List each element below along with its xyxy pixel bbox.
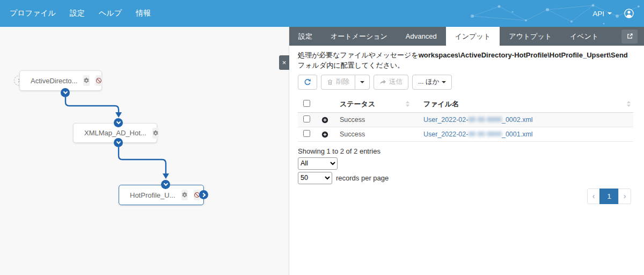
row-checkbox[interactable]: [303, 130, 310, 137]
caret-down-icon: [360, 81, 364, 83]
node-label: XMLMap_AD_Hot...: [84, 129, 147, 137]
sort-icon[interactable]: [405, 100, 410, 107]
showing-entries-text: Showing 1 to 2 of 2 entries: [298, 147, 633, 155]
input-folder-description: 処理が必要なファイルやメッセージをworkspaces\ActiveDirect…: [298, 50, 633, 71]
user-icon[interactable]: [624, 8, 634, 19]
trash-icon: [327, 79, 333, 85]
records-per-page-label: records per page: [336, 174, 389, 182]
tab-advanced[interactable]: Advanced: [397, 27, 446, 46]
flow-connectors: [0, 27, 289, 275]
table-row: Success User_2022-02-00 00 0000_0001.xml: [298, 127, 633, 141]
more-button[interactable]: ... ほか: [412, 75, 452, 90]
node-activedirectory[interactable]: ActiveDirecto...: [19, 70, 102, 91]
folder-path: workspaces\ActiveDirectory-HotProfile\Ho…: [419, 51, 628, 59]
tab-output[interactable]: アウトプット: [500, 27, 561, 46]
tab-automation[interactable]: オートメーション: [321, 27, 397, 46]
close-icon[interactable]: ×: [279, 55, 289, 70]
tab-events[interactable]: イベント: [561, 27, 608, 46]
sort-icon[interactable]: [626, 100, 631, 107]
nav-item-settings[interactable]: 設定: [70, 9, 85, 18]
node-settings-gear-icon[interactable]: [83, 75, 90, 86]
nav-item-info[interactable]: 情報: [136, 9, 151, 18]
delete-dropdown-button[interactable]: [355, 75, 370, 90]
file-toolbar: 削除 送信 ... ほか: [298, 75, 633, 90]
tab-input[interactable]: インプット: [446, 27, 500, 46]
row-checkbox[interactable]: [303, 115, 310, 122]
redacted-text: 00 00 0000: [468, 131, 502, 138]
status-cell: Success: [338, 127, 421, 141]
pagination: ‹ 1 ›: [298, 189, 633, 204]
send-icon: [379, 78, 386, 85]
output-port-chevron-right-icon[interactable]: [199, 190, 208, 199]
node-hotprofile[interactable]: HotProfile_U...: [119, 185, 204, 205]
detail-panel: 設定 オートメーション Advanced インプット アウトプット イベント 処…: [289, 27, 644, 275]
nav-item-help[interactable]: ヘルプ: [99, 9, 122, 18]
status-cell: Success: [338, 112, 421, 127]
expand-icon[interactable]: [321, 131, 328, 138]
table-row: Success User_2022-02-00 00 0000_0002.xml: [298, 112, 633, 127]
refresh-button[interactable]: [298, 75, 317, 90]
prev-page-button[interactable]: ‹: [587, 189, 600, 204]
files-table: ステータス ファイル名: [298, 96, 633, 142]
api-caret-icon: [608, 12, 612, 15]
delete-button[interactable]: 削除: [321, 75, 355, 90]
file-link[interactable]: User_2022-02-00 00 0000_0001.xml: [423, 131, 533, 138]
api-dropdown[interactable]: API: [592, 10, 612, 18]
expand-icon[interactable]: [321, 117, 328, 124]
nav-item-profile[interactable]: プロファイル: [10, 9, 56, 18]
node-settings-gear-icon[interactable]: [181, 190, 188, 200]
filename-column-header[interactable]: ファイル名: [423, 99, 459, 109]
caret-down-icon: [442, 81, 446, 83]
status-column-header[interactable]: ステータス: [340, 99, 375, 109]
top-navbar: プロファイル 設定 ヘルプ 情報 API: [0, 0, 644, 27]
api-label: API: [592, 10, 604, 18]
page-size-select[interactable]: 50: [298, 172, 332, 184]
flow-canvas[interactable]: ActiveDirecto... XMLMap_AD_Hot...: [0, 27, 289, 275]
redacted-text: 00 00 0000: [468, 116, 502, 124]
input-port-chevron-down-icon[interactable]: [161, 180, 170, 189]
app-window: プロファイル 設定 ヘルプ 情報 API: [0, 0, 644, 275]
file-link[interactable]: User_2022-02-00 00 0000_0002.xml: [423, 116, 533, 124]
node-label: ActiveDirecto...: [31, 77, 77, 85]
select-all-checkbox[interactable]: [303, 100, 310, 107]
send-button[interactable]: 送信: [374, 75, 408, 90]
node-label: HotProfile_U...: [130, 191, 175, 199]
filter-select[interactable]: All: [298, 157, 338, 170]
node-settings-gear-icon[interactable]: [152, 128, 159, 139]
delete-split-button: 削除: [321, 75, 370, 90]
external-link-icon[interactable]: [621, 30, 638, 44]
panel-body: 処理が必要なファイルやメッセージをworkspaces\ActiveDirect…: [289, 46, 644, 275]
node-disabled-icon[interactable]: [96, 75, 102, 86]
input-port-chevron-down-icon[interactable]: [114, 118, 123, 127]
output-port-chevron-down-icon[interactable]: [61, 88, 70, 97]
output-port-chevron-down-icon[interactable]: [114, 138, 123, 147]
next-page-button[interactable]: ›: [618, 189, 631, 204]
tab-settings[interactable]: 設定: [289, 27, 321, 46]
panel-tabbar: 設定 オートメーション Advanced インプット アウトプット イベント: [289, 27, 644, 46]
page-1-button[interactable]: 1: [599, 189, 619, 204]
table-header-row: ステータス ファイル名: [298, 96, 633, 113]
